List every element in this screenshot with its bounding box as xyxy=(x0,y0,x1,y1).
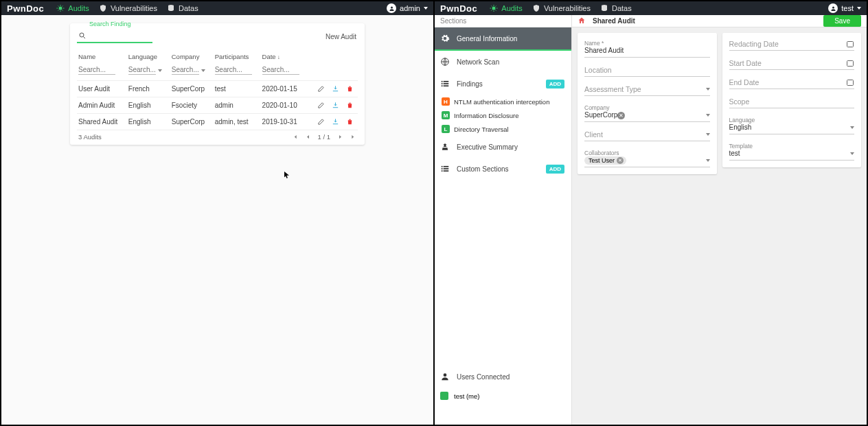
svg-rect-18 xyxy=(442,170,443,171)
edit-icon[interactable] xyxy=(317,85,325,93)
general-info-card-left: Name * Shared Audit Location Assessment … xyxy=(578,33,717,174)
chevron-down-icon xyxy=(857,7,861,10)
brand: PwnDoc xyxy=(440,3,477,14)
calendar-icon[interactable] xyxy=(846,59,854,67)
clear-icon[interactable]: ✕ xyxy=(617,112,625,119)
new-audit-button[interactable]: New Audit xyxy=(324,30,358,43)
audits-card: Search Finding New Audit Name Language C… xyxy=(70,23,365,145)
table-row[interactable]: Admin AuditEnglishFsocietyadmin2020-01-1… xyxy=(77,97,358,114)
col-name[interactable]: Name xyxy=(77,50,127,64)
end-date-field[interactable]: End Date xyxy=(729,77,855,89)
nav-audits[interactable]: Audits xyxy=(490,4,523,12)
save-button[interactable]: Save xyxy=(823,15,861,27)
filter-company[interactable] xyxy=(172,66,212,75)
scope-field[interactable]: Scope xyxy=(729,96,855,108)
page-prev-icon[interactable] xyxy=(305,134,311,140)
section-findings[interactable]: Findings ADD xyxy=(435,73,571,95)
user-menu[interactable]: test xyxy=(828,3,861,13)
chevron-down-icon xyxy=(201,69,205,72)
finding-item[interactable]: LDirectory Traversal xyxy=(435,122,571,136)
page-first-icon[interactable] xyxy=(292,134,298,140)
breadcrumb: Shared Audit xyxy=(593,17,635,25)
audits-list-body: Search Finding New Audit Name Language C… xyxy=(1,15,433,425)
delete-icon[interactable] xyxy=(346,85,354,93)
severity-badge: M xyxy=(442,111,450,119)
page-last-icon[interactable] xyxy=(350,134,356,140)
search-finding-field[interactable] xyxy=(77,30,152,43)
table-row[interactable]: Shared AuditEnglishSuperCorpadmin, test2… xyxy=(77,114,358,130)
add-section-button[interactable]: ADD xyxy=(546,165,564,174)
nav-vulnerabilities[interactable]: Vulnerabilities xyxy=(532,4,591,12)
name-field[interactable]: Name * Shared Audit xyxy=(584,38,710,58)
connected-user: test (me) xyxy=(435,388,571,404)
location-field[interactable]: Location xyxy=(584,64,710,77)
start-date-field[interactable]: Start Date xyxy=(729,58,855,70)
general-info-card-right: Redacting Date Start Date End Date Scope… xyxy=(722,33,862,167)
bug-icon xyxy=(490,4,498,12)
col-language[interactable]: Language xyxy=(127,50,170,64)
nav-datas[interactable]: Datas xyxy=(167,4,198,12)
svg-rect-15 xyxy=(444,166,449,167)
finding-item[interactable]: MInformation Disclosure xyxy=(435,108,571,122)
nav-audits[interactable]: Audits xyxy=(56,4,89,12)
shield-icon xyxy=(99,4,107,12)
bug-icon xyxy=(56,4,65,12)
page-next-icon[interactable] xyxy=(337,134,343,140)
svg-point-2 xyxy=(391,6,393,8)
edit-icon[interactable] xyxy=(317,102,325,109)
filter-language[interactable] xyxy=(128,66,169,75)
remove-chip-icon[interactable]: ✕ xyxy=(617,157,624,164)
client-field[interactable]: Client xyxy=(584,129,710,141)
assessment-type-field[interactable]: Assessment Type xyxy=(584,84,710,96)
left-window: PwnDoc Audits Vulnerabilities Datas admi… xyxy=(0,0,434,426)
download-icon[interactable] xyxy=(332,85,339,93)
section-network-scan[interactable]: Network Scan xyxy=(435,51,571,73)
company-field[interactable]: Company SuperCorp✕ xyxy=(584,103,710,122)
col-date[interactable]: Date↓ xyxy=(261,50,308,64)
chevron-down-icon xyxy=(158,69,162,72)
search-input[interactable] xyxy=(91,32,146,40)
calendar-icon[interactable] xyxy=(846,40,854,48)
svg-point-20 xyxy=(444,373,447,377)
delete-icon[interactable] xyxy=(346,118,354,126)
list-icon xyxy=(440,79,450,88)
template-field[interactable]: Template test xyxy=(729,141,855,161)
finding-item[interactable]: HNTLM authentication interception xyxy=(435,95,571,108)
svg-point-6 xyxy=(832,6,834,8)
edit-icon[interactable] xyxy=(317,118,325,126)
section-general-information[interactable]: General Information xyxy=(435,27,571,51)
delete-icon[interactable] xyxy=(346,102,354,109)
collaborators-field[interactable]: Collaborators Test User✕ xyxy=(584,148,710,167)
svg-rect-10 xyxy=(442,83,443,84)
download-icon[interactable] xyxy=(332,118,339,126)
language-field[interactable]: Language English xyxy=(729,115,855,134)
user-icon xyxy=(440,372,450,381)
filter-date[interactable] xyxy=(262,66,299,75)
add-finding-button[interactable]: ADD xyxy=(546,80,564,88)
filter-name[interactable] xyxy=(78,66,115,75)
severity-badge: H xyxy=(442,97,450,106)
chevron-down-icon xyxy=(850,126,854,129)
home-button[interactable] xyxy=(578,15,586,27)
calendar-icon[interactable] xyxy=(846,78,854,86)
nav-vulnerabilities[interactable]: Vulnerabilities xyxy=(99,4,157,12)
download-icon[interactable] xyxy=(332,102,339,109)
users-connected-header: Users Connected xyxy=(435,366,571,388)
filter-participants[interactable] xyxy=(215,66,252,75)
audit-content: Shared Audit Save Name * Shared Audit Lo… xyxy=(572,15,867,425)
chevron-down-icon xyxy=(424,7,428,10)
section-custom-sections[interactable]: Custom Sections ADD xyxy=(435,158,571,180)
nav-datas[interactable]: Datas xyxy=(600,4,632,12)
content-toolbar: Shared Audit Save xyxy=(572,15,867,27)
user-menu[interactable]: admin xyxy=(387,3,428,13)
redacting-date-field[interactable]: Redacting Date xyxy=(729,38,855,51)
svg-rect-14 xyxy=(442,166,443,167)
page-indicator: 1 / 1 xyxy=(318,133,331,141)
chevron-down-icon xyxy=(706,114,710,117)
col-participants[interactable]: Participants xyxy=(214,50,261,64)
section-executive-summary[interactable]: Executive Summary xyxy=(435,136,571,158)
col-company[interactable]: Company xyxy=(170,50,214,64)
svg-rect-17 xyxy=(444,168,449,169)
search-icon xyxy=(78,32,87,40)
table-row[interactable]: User AuditFrenchSuperCorptest2020-01-15 xyxy=(77,81,358,97)
